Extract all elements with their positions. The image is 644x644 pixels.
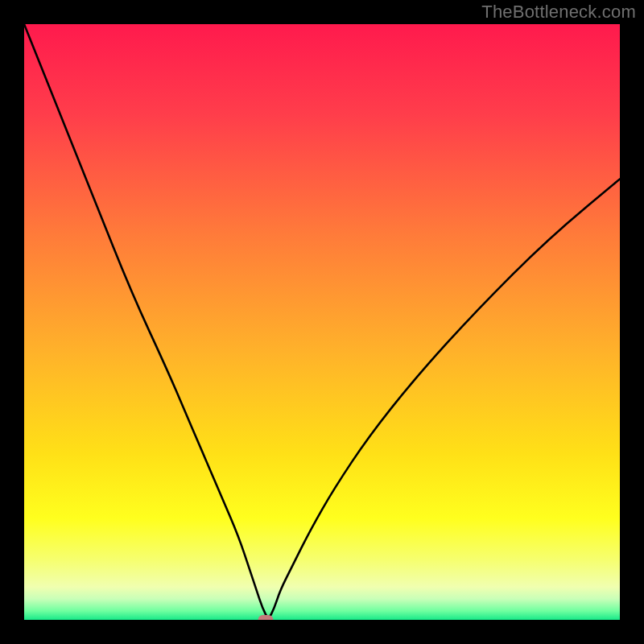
watermark-text: TheBottleneck.com <box>481 2 636 23</box>
bottleneck-curve <box>24 24 620 620</box>
optimal-point-marker <box>258 615 273 620</box>
plot-area <box>24 24 620 620</box>
